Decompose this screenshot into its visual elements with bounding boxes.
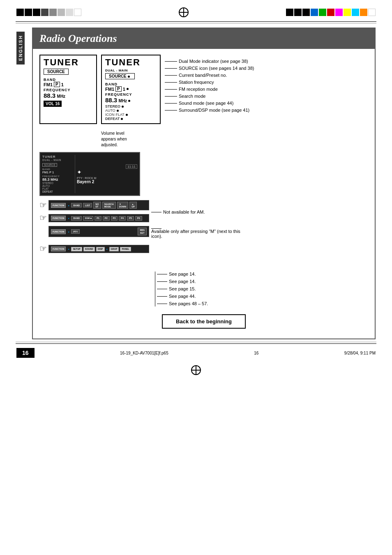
register-mark-center <box>179 7 189 17</box>
anno-search-text: Search mode <box>179 94 205 99</box>
ctrl4-panel: PANEL <box>120 247 131 251</box>
page-number: 16 <box>16 348 35 358</box>
source-dot <box>128 76 130 78</box>
band-list-controls: FUNCTION ● BAND LIST NOST SEARCHMODE ▼DO… <box>48 200 149 210</box>
ra-dash4 <box>157 281 167 282</box>
cbr4 <box>311 9 318 16</box>
cbr2 <box>294 9 302 16</box>
cb5 <box>49 9 57 16</box>
main-content: ENGLISH Radio Operations TUNER SOURCE BA… <box>16 26 376 339</box>
back-to-beginning-button[interactable]: Back to the beginning <box>162 314 246 329</box>
ctrl1-search: SEARCHMODE <box>102 202 116 209</box>
dash5 <box>165 89 177 90</box>
tuner-right-stereo-row: STEREO <box>105 104 157 108</box>
hand-icon-1: ☞ <box>39 200 47 210</box>
back-btn-wrapper: Back to the beginning <box>39 314 368 329</box>
anno-source-icon: SOURCE icon (see pages 14 and 38) <box>165 66 368 71</box>
dash2 <box>165 68 177 69</box>
footer-filename: 16-19_KD-AV7001[E]f.p65 <box>120 351 168 355</box>
anno-dual-mode: Dual Mode indicator (see page 38) <box>165 59 368 64</box>
page-title: Radio Operations <box>39 32 368 45</box>
frs-time: 11:11 <box>126 164 137 169</box>
bracket-line <box>151 272 155 306</box>
dash6 <box>165 96 177 97</box>
dash1 <box>165 61 177 62</box>
cbr3 <box>302 9 310 16</box>
anno-fm-text: FM reception mode <box>179 87 218 92</box>
dash3 <box>165 75 177 76</box>
vol-note-area: Volume level appears when adjusted. <box>39 127 368 148</box>
cb1 <box>16 9 24 16</box>
ctrl1-band: BAND <box>71 203 82 207</box>
footer-date: 9/28/04, 9:11 PM <box>344 351 376 355</box>
title-bar: Radio Operations <box>33 28 375 49</box>
ra-page-15-text: See page 15. <box>169 286 196 291</box>
top-marks-area <box>0 0 392 21</box>
cbr11 <box>368 9 376 16</box>
ra-spacer <box>151 216 242 228</box>
frs-flat: FLAT <box>42 187 73 190</box>
ra-page-15: See page 15. <box>157 286 208 291</box>
frs-freq-val: 88.3 MHz <box>42 177 73 182</box>
setup-controls: FUNCTION ● SETUP SOUND DISP ● GRAP PANEL <box>48 245 149 253</box>
frs-stereo: STEREO <box>42 182 73 184</box>
register-mark-bottom <box>191 365 201 375</box>
ra-page-14a: See page 14. <box>157 272 208 276</box>
language-label: ENGLISH <box>16 32 25 64</box>
frs-auto: AUTO <box>42 184 73 187</box>
ra-dash5 <box>157 289 167 289</box>
cbr5 <box>319 9 326 16</box>
anno-source-icon-text: SOURCE icon (see pages 14 and 38) <box>179 66 254 71</box>
ctrl4-setup: SETUP <box>71 247 82 251</box>
tuner-right-preset-num: 1 <box>123 87 125 92</box>
tuner-right-auto-row: AUTO <box>105 108 157 113</box>
pty-controls-row: ☞ FUNCTION ● PTY RBSSET <box>39 225 149 237</box>
stereo-dot <box>122 106 124 108</box>
tuner-right-dual-label: DUAL - MAIN <box>105 69 128 72</box>
ra-page-14b: See page 14. <box>157 279 208 284</box>
anno-search-mode: Search mode <box>165 94 368 99</box>
ra-dash1 <box>151 212 161 212</box>
full-radio-screen: TUNER DUAL - MAIN SOURCE BAND FM1 P 1 FR… <box>39 152 140 196</box>
ctrl4-dot: ● <box>68 248 69 250</box>
cb6 <box>58 9 65 16</box>
hand-icon-4: ☞ <box>39 244 47 253</box>
content-box: Radio Operations TUNER SOURCE BAND FM1 P… <box>32 28 376 339</box>
frs-left: TUNER DUAL - MAIN SOURCE BAND FM1 P 1 FR… <box>42 155 75 193</box>
dash7 <box>165 103 177 104</box>
vol-text-2: appears when <box>101 137 127 141</box>
tuner-right-stereo: STEREO <box>105 104 120 108</box>
frs-star: ✦ <box>77 169 82 175</box>
vol-note: Volume level appears when adjusted. <box>101 131 136 148</box>
tuner-right-auto: AUTO <box>105 108 115 113</box>
ra-page-14b-text: See page 14. <box>169 279 196 284</box>
cbr9 <box>352 9 359 16</box>
ctrl4-dot2: ● <box>106 248 108 250</box>
tuner-displays-section: TUNER SOURCE BAND FM1 P 1 FREQUENCY 88.3… <box>39 55 368 124</box>
ctrl2-fn: FUNCTION <box>51 216 66 221</box>
tuner-left-title: TUNER <box>44 58 93 67</box>
tuner-left-vol: VOL 16 <box>44 101 62 107</box>
anno-surround-dsp: Surround/DSP mode (see page 41) <box>165 108 368 113</box>
ra-pages-48-57: See pages 48 – 57. <box>157 301 208 306</box>
tuner-right-freq-row: 88.3 MHz <box>105 97 157 104</box>
ra-avail-m-text: Available only after pressing “M” (next … <box>151 229 242 239</box>
tuner-left-freq-unit: MHz <box>57 94 66 99</box>
dash4 <box>165 82 177 83</box>
band-list-controls-row: ☞ FUNCTION ● BAND LIST NOST SEARCHMODE ▼… <box>39 199 149 210</box>
ctrl4-fn: FUNCTION <box>51 246 66 251</box>
tuner-left-preset-box: P <box>54 82 60 87</box>
ctrl4-grap: GRAP <box>109 247 119 251</box>
color-bar-right <box>286 9 376 16</box>
ctrl3-dot: ● <box>68 230 69 233</box>
tuner-right-freq-label: FREQUENCY <box>105 92 157 97</box>
page-footer: 16 16-19_KD-AV7001[E]f.p65 16 9/28/04, 9… <box>0 344 392 362</box>
ra-dash3 <box>157 274 167 274</box>
radio-screen-col: TUNER DUAL - MAIN SOURCE BAND FM1 P 1 FR… <box>39 152 146 253</box>
hand-icon-2: ☞ <box>39 213 47 223</box>
ctrl1-dot: ● <box>68 204 69 207</box>
ra-dash6 <box>157 296 167 297</box>
color-bar-left <box>16 9 81 16</box>
anno-dual-mode-text: Dual Mode indicator (see page 38) <box>179 59 248 64</box>
preset-controls-row: ☞ FUNCTION ● BAND SSM ■ P1 P2 P3 P4 P5 P… <box>39 213 149 223</box>
